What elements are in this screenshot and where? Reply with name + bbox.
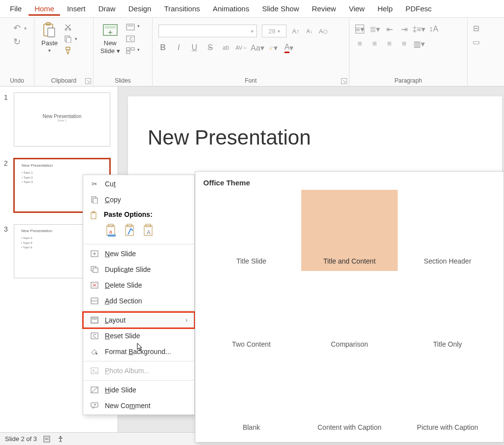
context-cut[interactable]: ✂ Cut: [83, 176, 194, 192]
font-color-icon[interactable]: A▾: [284, 43, 293, 52]
context-copy[interactable]: Copy: [83, 192, 194, 208]
section-ribbon-icon[interactable]: ▾: [126, 46, 135, 55]
text-direction-icon[interactable]: ↕A: [429, 25, 438, 33]
layout-option-comparison[interactable]: Comparison: [301, 273, 397, 354]
font-family-combo[interactable]: ▾: [158, 25, 257, 37]
menu-draw[interactable]: Draw: [93, 1, 122, 16]
bullets-icon[interactable]: ≡▾: [355, 25, 364, 33]
bold-icon[interactable]: B: [158, 43, 167, 52]
smartart-icon[interactable]: ▭: [472, 37, 480, 46]
menu-home[interactable]: Home: [29, 1, 60, 16]
svg-rect-15: [131, 48, 134, 50]
reset-slide-icon: [90, 331, 99, 340]
increase-indent-icon[interactable]: ⇥: [400, 25, 409, 33]
align-center-icon[interactable]: ≡: [370, 39, 379, 48]
align-right-icon[interactable]: ≡: [385, 39, 394, 48]
justify-icon[interactable]: ≡: [400, 39, 409, 48]
paste-icon: [42, 23, 58, 38]
ribbon-label-clipboard: Clipboard: [38, 75, 89, 85]
thumbnail-number: 1: [4, 92, 11, 101]
context-new-slide[interactable]: New Slide: [83, 246, 194, 262]
slide-title[interactable]: New Presentation: [148, 126, 482, 149]
layout-option-two-content[interactable]: Two Content: [203, 273, 299, 354]
layout-option-label: Title and Content: [323, 257, 376, 265]
italic-icon[interactable]: I: [174, 43, 183, 52]
svg-rect-11: [126, 24, 134, 30]
decrease-indent-icon[interactable]: ⇤: [385, 25, 394, 33]
shadow-icon[interactable]: ab: [221, 43, 230, 52]
line-spacing-icon[interactable]: ‡≡▾: [414, 25, 423, 33]
ribbon-group-font: ▾ 28▾ A↑ A↓ A◇ B I U S ab AV↔ Aa▾ ▾ A▾ F…: [153, 18, 349, 86]
menu-slide-show[interactable]: Slide Show: [256, 1, 305, 16]
strikethrough-icon[interactable]: S: [206, 43, 215, 52]
char-spacing-icon[interactable]: AV↔: [237, 43, 246, 52]
paste-dropdown-icon[interactable]: ▾: [48, 48, 51, 53]
cut-icon[interactable]: [63, 23, 72, 31]
align-left-icon[interactable]: ≡: [355, 39, 364, 48]
menu-animations[interactable]: Animations: [207, 1, 255, 16]
layout-option-label: Blank: [243, 423, 260, 431]
menu-pdfesc[interactable]: PDFesc: [400, 1, 438, 16]
layout-option-title-and-content[interactable]: Title and Content: [301, 190, 397, 271]
format-painter-icon[interactable]: [63, 46, 72, 55]
copy-icon[interactable]: ▾: [63, 34, 72, 43]
font-dialog-launcher[interactable]: ↘: [341, 78, 347, 84]
menu-help[interactable]: Help: [372, 1, 399, 16]
underline-icon[interactable]: U: [190, 43, 199, 52]
paste-button[interactable]: Paste ▾: [38, 21, 61, 55]
align-text-icon[interactable]: ⊟: [472, 24, 480, 32]
context-hide-slide[interactable]: Hide Slide: [83, 382, 194, 398]
menu-transitions[interactable]: Transitions: [158, 1, 206, 16]
context-add-section[interactable]: Add Section: [83, 293, 194, 309]
layout-option-content-with-caption[interactable]: Content with Caption: [301, 356, 397, 437]
menu-file[interactable]: File: [4, 1, 28, 16]
change-case-icon[interactable]: Aa▾: [253, 43, 262, 52]
layout-option-title-only[interactable]: Title Only: [400, 273, 496, 354]
notes-icon[interactable]: [43, 435, 51, 443]
context-layout[interactable]: Layout ›: [83, 312, 194, 328]
reset-ribbon-icon[interactable]: [126, 34, 135, 43]
accessibility-icon[interactable]: [57, 435, 64, 443]
clear-format-icon[interactable]: A◇: [319, 27, 328, 35]
font-size-combo[interactable]: 28▾: [262, 25, 286, 37]
undo-icon[interactable]: ↶▾: [13, 24, 22, 32]
svg-text:A: A: [147, 229, 151, 236]
increase-font-icon[interactable]: A↑: [291, 27, 300, 35]
context-reset-slide[interactable]: Reset Slide: [83, 328, 194, 344]
paste-opt-dest-theme[interactable]: a: [105, 224, 119, 238]
menu-view[interactable]: View: [343, 1, 371, 16]
paste-options-header: Paste Options:: [104, 210, 153, 218]
svg-point-55: [60, 436, 62, 437]
menu-insert[interactable]: Insert: [61, 1, 92, 16]
layout-option-section-header[interactable]: Section Header: [400, 190, 496, 271]
clipboard-dialog-launcher[interactable]: ↘: [85, 78, 91, 84]
thumbnail-slide[interactable]: New PresentationSlide 1: [14, 92, 110, 147]
thumbnail-title: New Presentation: [21, 114, 103, 119]
new-slide-button[interactable]: New Slide ▾: [97, 21, 123, 57]
context-duplicate-slide[interactable]: Duplicate Slide: [83, 262, 194, 277]
new-slide-label: New Slide ▾: [100, 39, 120, 55]
svg-rect-2: [48, 28, 55, 37]
svg-rect-14: [126, 48, 130, 50]
context-delete-slide[interactable]: Delete Slide: [83, 277, 194, 293]
format-background-icon: [90, 347, 99, 356]
slide-canvas[interactable]: New Presentation: [128, 96, 502, 179]
layout-ribbon-icon[interactable]: ▾: [126, 23, 135, 31]
layout-option-blank[interactable]: Blank: [203, 356, 299, 437]
paste-opt-picture[interactable]: A: [142, 224, 156, 238]
highlight-icon[interactable]: ▾: [269, 43, 278, 52]
context-new-comment[interactable]: New Comment: [83, 398, 194, 414]
paste-opt-source-format[interactable]: [124, 224, 137, 238]
columns-icon[interactable]: ▥▾: [414, 39, 423, 48]
copy-icon: [90, 195, 99, 204]
svg-rect-13: [126, 36, 134, 42]
chevron-right-icon: ›: [186, 317, 188, 324]
layout-option-picture-with-caption[interactable]: Picture with Caption: [400, 356, 496, 437]
menu-design[interactable]: Design: [123, 1, 158, 16]
redo-icon[interactable]: ↻: [13, 37, 22, 46]
numbering-icon[interactable]: ≣▾: [370, 25, 379, 33]
layout-option-title-slide[interactable]: Title Slide: [203, 190, 299, 271]
menu-review[interactable]: Review: [306, 1, 342, 16]
decrease-font-icon[interactable]: A↓: [305, 27, 314, 35]
svg-rect-12: [127, 25, 133, 27]
